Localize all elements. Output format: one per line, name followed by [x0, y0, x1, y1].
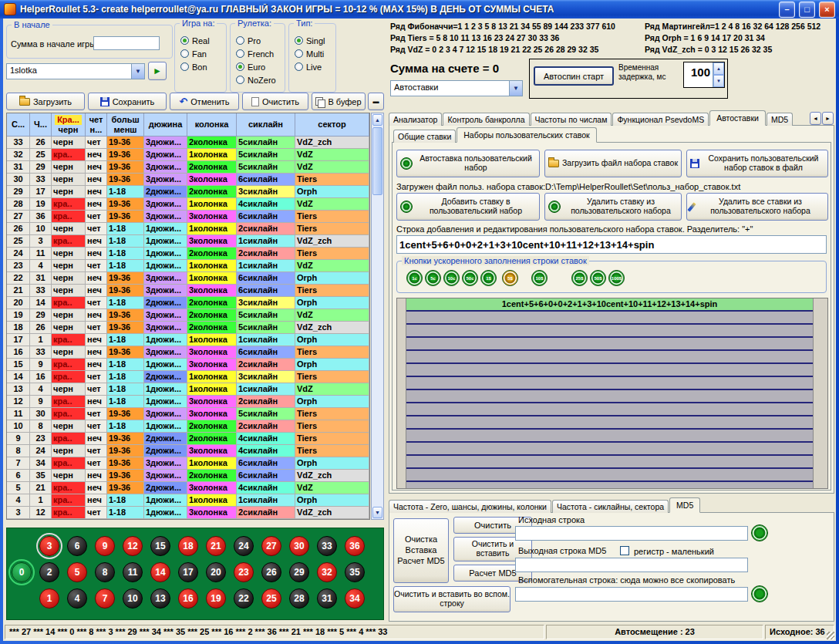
- board-number-8[interactable]: 8: [95, 562, 115, 582]
- main-tab-2[interactable]: Контроль банкролла: [443, 113, 529, 126]
- board-number-35[interactable]: 35: [345, 562, 365, 582]
- board-number-27[interactable]: 27: [261, 536, 281, 556]
- board-number-12[interactable]: 12: [123, 536, 143, 556]
- md5-output-input[interactable]: [515, 558, 748, 572]
- board-number-3[interactable]: 3: [39, 536, 59, 556]
- board-number-14[interactable]: 14: [150, 562, 170, 582]
- board-number-29[interactable]: 29: [289, 562, 309, 582]
- radio-live[interactable]: Live: [295, 60, 325, 73]
- board-number-30[interactable]: 30: [289, 536, 309, 556]
- remove-bet-button[interactable]: Удалить ставку из пользовательского набо…: [544, 193, 682, 221]
- collapse-button[interactable]: ▬: [368, 93, 384, 110]
- board-number-28[interactable]: 28: [289, 588, 309, 609]
- chip-button-1$[interactable]: 1$: [480, 270, 497, 286]
- chip-button-50$[interactable]: 50$: [590, 270, 606, 286]
- bottom-tab-2[interactable]: Частота - сиклайны, сектора: [552, 500, 669, 513]
- board-number-22[interactable]: 22: [234, 588, 254, 609]
- bottom-tab-3[interactable]: MD5: [669, 497, 700, 513]
- board-number-24[interactable]: 24: [234, 536, 254, 556]
- load-bet-file-button[interactable]: Загрузить файл набора ставок: [544, 150, 682, 177]
- board-number-26[interactable]: 26: [261, 562, 281, 582]
- spin-up-icon[interactable]: ▲: [713, 62, 724, 75]
- board-number-18[interactable]: 18: [178, 536, 198, 556]
- chevron-down-icon[interactable]: ▼: [132, 63, 145, 79]
- undo-button[interactable]: ↶ Отменить: [170, 93, 239, 110]
- board-number-5[interactable]: 5: [67, 562, 87, 582]
- board-number-6[interactable]: 6: [67, 536, 87, 556]
- radio-french[interactable]: French: [236, 47, 276, 60]
- chip-button-5c[interactable]: 5c: [425, 270, 441, 286]
- board-number-31[interactable]: 31: [317, 588, 337, 609]
- md5-source-chip-button[interactable]: [751, 524, 768, 541]
- main-tab-4[interactable]: Функционал PsevdoMS: [612, 113, 709, 126]
- autospin-start-button[interactable]: Автоспин старт: [534, 66, 614, 86]
- board-number-16[interactable]: 16: [178, 588, 198, 609]
- minimize-button[interactable]: –: [779, 2, 795, 18]
- clear-button[interactable]: Очистить: [242, 93, 308, 110]
- save-bet-file-button[interactable]: Сохранить пользовательский набор ставок …: [686, 150, 828, 177]
- board-number-4[interactable]: 4: [67, 588, 87, 609]
- remove-all-bets-button[interactable]: Удалить все ставки из пользовательского …: [686, 193, 828, 221]
- chip-button-5$[interactable]: 5$: [502, 270, 518, 286]
- radio-fan[interactable]: Fan: [180, 47, 210, 60]
- board-number-2[interactable]: 2: [39, 562, 59, 582]
- board-number-34[interactable]: 34: [345, 588, 365, 609]
- board-number-1[interactable]: 1: [39, 588, 59, 609]
- sub-tab-1[interactable]: Общие ставки: [393, 130, 456, 143]
- lowercase-checkbox[interactable]: [620, 546, 629, 555]
- tab-scroll-left[interactable]: ◄: [810, 112, 821, 125]
- spin-down-icon[interactable]: ▼: [713, 75, 724, 87]
- autobets-select[interactable]: Автоставки ▼: [390, 80, 523, 96]
- main-tab-3[interactable]: Частоты по числам: [531, 113, 612, 126]
- main-tab-5[interactable]: Автоставки: [709, 110, 766, 126]
- scrollbar-thumb[interactable]: [372, 127, 382, 195]
- chevron-down-icon[interactable]: ▼: [510, 80, 523, 96]
- md5-source-input[interactable]: [515, 526, 748, 541]
- bottom-tab-1[interactable]: Частота - Zero, шансы, дюжины, колонки: [389, 500, 551, 513]
- bet-string-input[interactable]: [396, 235, 827, 254]
- chip-button-1c[interactable]: 1c: [406, 270, 423, 286]
- board-number-10[interactable]: 10: [123, 588, 143, 609]
- radio-multi[interactable]: Multi: [295, 47, 325, 60]
- chip-button-100$[interactable]: 100$: [608, 270, 625, 286]
- radio-singl[interactable]: Singl: [295, 34, 325, 47]
- board-number-9[interactable]: 9: [95, 536, 115, 556]
- board-number-33[interactable]: 33: [317, 536, 337, 556]
- sub-tab-2[interactable]: Наборы пользовательских ставок: [457, 127, 596, 143]
- radio-euro[interactable]: Euro: [236, 60, 276, 73]
- board-number-32[interactable]: 32: [317, 562, 337, 582]
- maximize-button[interactable]: □: [799, 2, 815, 18]
- md5-aux-input[interactable]: [515, 587, 748, 602]
- board-number-23[interactable]: 23: [234, 562, 254, 582]
- scroll-up-icon[interactable]: ▲: [372, 114, 382, 126]
- bets-list-scrollbar[interactable]: [813, 298, 827, 488]
- radio-bon[interactable]: Bon: [180, 60, 210, 73]
- board-number-20[interactable]: 20: [206, 562, 226, 582]
- save-button[interactable]: Сохранить: [88, 93, 167, 110]
- board-number-11[interactable]: 11: [123, 562, 143, 582]
- resize-grip[interactable]: [827, 632, 834, 639]
- md5-big-button[interactable]: Очистка Вставка Расчет MD5: [393, 518, 449, 583]
- board-number-17[interactable]: 17: [178, 562, 198, 582]
- md5-aux-chip-button[interactable]: [751, 585, 768, 602]
- radio-real[interactable]: Real: [180, 34, 210, 47]
- autobet-user-set-button[interactable]: Автоставка пользовательский набор: [396, 150, 540, 177]
- chip-button-25$[interactable]: 25$: [571, 270, 588, 286]
- board-number-7[interactable]: 7: [95, 588, 115, 609]
- main-tab-1[interactable]: Анализатор: [389, 113, 442, 126]
- play-button[interactable]: ►: [148, 62, 167, 80]
- radio-nozero[interactable]: NoZero: [236, 73, 276, 86]
- main-tab-6[interactable]: MD5: [767, 113, 793, 126]
- radio-pro[interactable]: Pro: [236, 34, 276, 47]
- board-number-36[interactable]: 36: [345, 536, 365, 556]
- chip-button-50c[interactable]: 50c: [462, 270, 478, 286]
- board-number-25[interactable]: 25: [261, 588, 281, 609]
- add-bet-button[interactable]: Добавить ставку в пользовательский набор: [396, 193, 540, 221]
- chip-button-10$[interactable]: 10$: [531, 270, 548, 286]
- slot-select[interactable]: 1slotka ▼: [6, 63, 145, 79]
- scroll-down-icon[interactable]: ▼: [372, 507, 382, 518]
- start-sum-input[interactable]: [93, 36, 160, 50]
- tab-scroll-right[interactable]: ►: [822, 112, 834, 125]
- close-button[interactable]: ×: [819, 2, 835, 18]
- board-number-0[interactable]: 0: [12, 562, 32, 582]
